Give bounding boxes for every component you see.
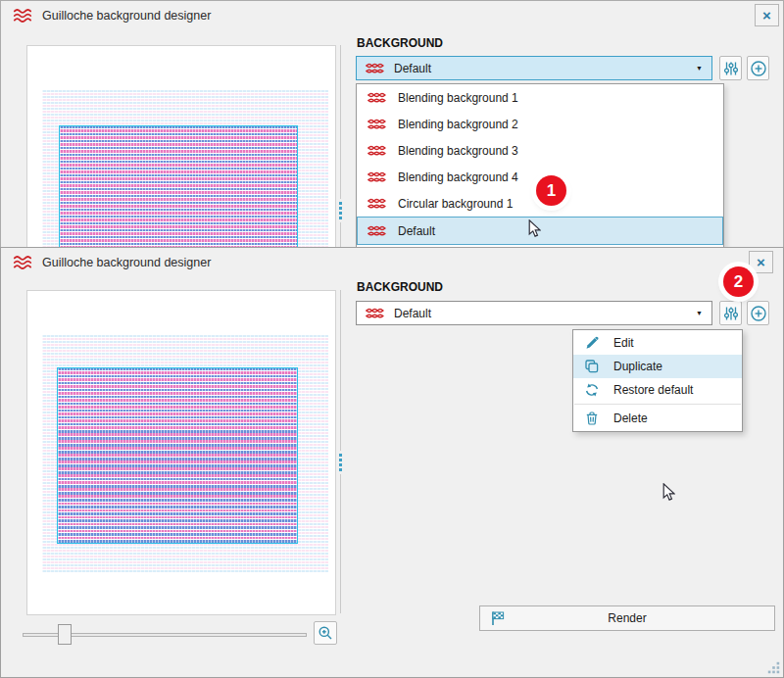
dropdown-item[interactable]: Blending background 2: [357, 111, 723, 137]
dropdown-item-label: Blending background 3: [398, 144, 518, 158]
background-pattern-icon: [367, 91, 386, 105]
background-options-menu: Edit Duplicate Restore default Delete: [572, 329, 743, 432]
render-button[interactable]: Render: [479, 605, 775, 631]
background-combobox[interactable]: Default ▼: [356, 56, 712, 80]
menu-separator: [574, 404, 741, 405]
background-pattern-icon: [367, 118, 386, 131]
guilloche-preview-inner-pattern: [57, 367, 298, 544]
pencil-icon: [584, 335, 600, 351]
sliders-icon: [723, 61, 739, 76]
background-pattern-icon: [367, 170, 386, 184]
mouse-cursor: [528, 219, 541, 237]
combobox-value: Default: [394, 307, 696, 320]
background-pattern-icon: [365, 307, 384, 320]
title-bar[interactable]: Guilloche background designer: [1, 248, 783, 277]
dropdown-item-label: Default: [398, 224, 435, 238]
splitter-handle[interactable]: [338, 451, 343, 474]
annotation-badge-1: 1: [536, 175, 566, 206]
background-pattern-icon: [367, 197, 386, 211]
render-button-label: Render: [506, 611, 749, 625]
guilloche-preview-inner-pattern: [59, 125, 298, 248]
background-section-label: BACKGROUND: [357, 36, 443, 50]
checkered-flag-icon: [490, 610, 506, 626]
plus-circle-icon: [750, 60, 767, 77]
background-pattern-icon: [367, 224, 386, 238]
resize-grip[interactable]: [767, 661, 780, 674]
close-button[interactable]: ×: [749, 251, 773, 273]
menu-item-label: Delete: [613, 412, 648, 425]
background-section-label: BACKGROUND: [357, 280, 443, 294]
dropdown-item-label: Circular background 1: [398, 197, 513, 211]
menu-item-edit[interactable]: Edit: [573, 331, 742, 355]
dropdown-item-label: Blending background 4: [398, 170, 518, 184]
menu-item-duplicate[interactable]: Duplicate: [573, 355, 742, 378]
menu-item-restore-default[interactable]: Restore default: [573, 378, 742, 402]
sliders-icon: [723, 306, 739, 321]
background-pattern-icon: [365, 62, 384, 75]
close-icon: ×: [762, 8, 771, 23]
background-combobox[interactable]: Default ▼: [356, 301, 712, 325]
menu-item-label: Duplicate: [613, 360, 662, 373]
combobox-value: Default: [394, 62, 696, 75]
mouse-cursor: [662, 483, 675, 501]
dropdown-arrow-icon: ▼: [696, 310, 703, 316]
copy-icon: [584, 359, 600, 374]
close-button[interactable]: ×: [755, 4, 779, 26]
background-options-button[interactable]: [719, 301, 742, 325]
title-bar[interactable]: Guilloche background designer: [1, 1, 783, 30]
refresh-icon: [584, 382, 600, 398]
menu-item-label: Restore default: [613, 383, 693, 397]
menu-item-label: Edit: [613, 336, 634, 350]
dropdown-item-label: Blending background 1: [398, 91, 518, 105]
preview-canvas: [26, 290, 336, 615]
guilloche-designer-window-1: Guilloche background designer × BACKGROU…: [0, 0, 784, 248]
window-title: Guilloche background designer: [42, 256, 211, 269]
guilloche-app-icon: [13, 254, 32, 271]
guilloche-designer-window-2: Guilloche background designer × BACKGROU…: [0, 247, 784, 678]
add-background-button[interactable]: [747, 301, 769, 325]
dropdown-item-label: Blending background 2: [398, 118, 518, 131]
add-background-button[interactable]: [747, 56, 769, 80]
screenshot-stage: Guilloche background designer × BACKGROU…: [0, 0, 784, 678]
plus-circle-icon: [750, 305, 767, 322]
guilloche-app-icon: [13, 7, 32, 24]
background-options-button[interactable]: [719, 56, 742, 80]
dropdown-arrow-icon: ▼: [696, 65, 703, 72]
annotation-badge-2: 2: [723, 266, 754, 297]
preview-canvas: [26, 45, 336, 248]
window-title: Guilloche background designer: [42, 9, 211, 23]
background-pattern-icon: [367, 144, 386, 158]
trash-icon: [584, 411, 600, 426]
magnifier-icon: [318, 625, 333, 641]
menu-item-delete[interactable]: Delete: [573, 407, 742, 430]
zoom-slider-thumb[interactable]: [58, 624, 72, 645]
dropdown-item[interactable]: Blending background 3: [357, 137, 723, 164]
splitter-handle[interactable]: [338, 199, 343, 222]
dropdown-item[interactable]: Blending background 1: [357, 84, 723, 111]
close-icon: ×: [757, 255, 765, 269]
zoom-button[interactable]: [314, 621, 337, 645]
